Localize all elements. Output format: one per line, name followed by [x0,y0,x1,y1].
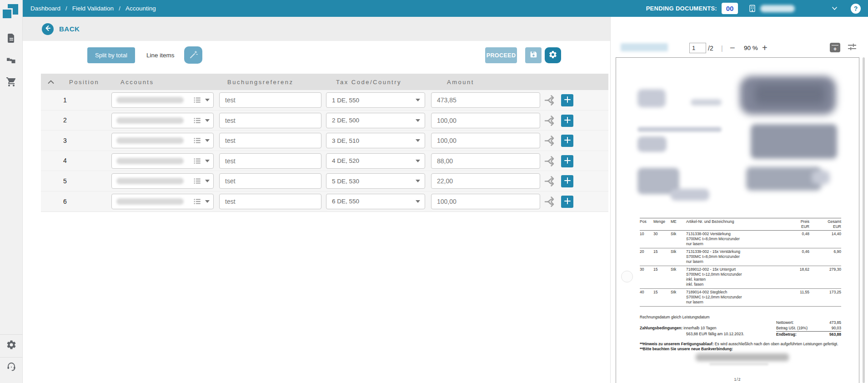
pending-documents-count-badge: 00 [722,3,738,14]
breadcrumb-accounting[interactable]: Accounting [125,5,156,12]
invoice-col-gesamt: Gesamt [809,219,841,224]
accounts-select[interactable] [111,133,214,148]
table-settings-button[interactable] [545,47,561,63]
breadcrumb-field-validation[interactable]: Field Validation [72,5,114,12]
invoice-item-menge: 30 [653,232,671,247]
zoom-out-button[interactable]: − [730,43,735,53]
tax-code-select[interactable]: 6 DE, 550 [326,194,425,209]
list-icon[interactable] [193,136,201,145]
collapse-chevron-up-icon[interactable] [48,80,54,84]
autofill-wand-button[interactable] [184,46,202,64]
row-position: 1 [61,96,69,104]
sidebar-divider [0,334,23,335]
amount-input[interactable] [431,133,540,148]
sidebar-item-settings[interactable] [6,339,17,350]
split-amount-icon[interactable] [544,175,557,187]
help-question-mark: ? [854,5,858,12]
add-row-button[interactable] [561,94,573,106]
invoice-totals: Nettowert:473,85 Betrag USt. (19%)90,03 … [776,320,841,338]
tab-split-by-total[interactable]: Split by total [87,47,135,63]
chevron-down-icon [205,99,210,101]
proceed-button[interactable]: PROCEED [485,47,517,63]
help-button[interactable]: ? [851,4,861,14]
row-position: 6 [61,198,69,205]
sidebar-item-support[interactable] [6,361,17,372]
back-arrow-icon [44,25,51,34]
company-selector[interactable] [748,4,837,13]
save-button[interactable] [525,47,542,63]
add-row-button[interactable] [561,175,573,187]
amount-input[interactable] [431,113,540,128]
add-row-button[interactable] [561,196,573,208]
preview-scrollbar[interactable] [863,57,865,383]
tax-code-select[interactable]: 4 DE, 520 [326,153,425,169]
amount-input[interactable] [431,92,540,108]
invoice-item-description: 7131338-002 VerstärkungS700MC t=8,0mm Mi… [686,232,783,247]
add-page-button[interactable]: + [830,43,840,52]
buchungsreferenz-input[interactable] [219,133,321,148]
accounts-select[interactable] [111,194,214,209]
save-icon [529,50,537,60]
add-row-button[interactable] [561,135,573,147]
accounts-select[interactable] [111,153,214,169]
plus-icon [564,96,571,104]
app-logo[interactable] [0,0,23,23]
line-items-table: Position Accounts Buchungsreferenz Tax C… [41,74,608,212]
redacted-region [691,99,722,106]
plus-icon [564,157,571,165]
buchungsreferenz-input[interactable] [219,113,321,128]
split-amount-icon[interactable] [544,135,557,147]
add-row-button[interactable] [561,155,573,167]
back-button[interactable] [42,23,54,35]
invoice-note: **Hinweis zu unserem Fertigungsablauf: E… [640,342,838,346]
split-amount-icon[interactable] [544,94,557,106]
account-value-redacted [116,178,184,184]
chevron-down-icon [205,180,210,182]
list-icon[interactable] [193,96,201,104]
breadcrumb-dashboard[interactable]: Dashboard [30,5,60,12]
buchungsreferenz-input[interactable] [219,194,321,209]
sidebar-item-orders[interactable] [6,76,17,87]
split-amount-icon[interactable] [544,115,557,127]
invoice-vat: Betrag USt. (19%)90,03 [776,326,841,332]
list-icon[interactable] [193,197,201,206]
accounts-select[interactable] [111,173,214,189]
tax-code-select[interactable]: 1 DE, 550 [326,92,425,108]
amount-input[interactable] [431,173,540,189]
back-label[interactable]: BACK [59,25,80,33]
table-rows: 1 1 DE, 550 [41,90,608,212]
buchungsreferenz-input[interactable] [219,92,321,108]
list-icon[interactable] [193,157,201,165]
accounts-select[interactable] [111,113,214,128]
zoom-in-button[interactable]: + [762,43,768,53]
amount-input[interactable] [431,153,540,169]
tax-code-value: 2 DE, 500 [332,117,359,124]
tax-code-value: 1 DE, 550 [332,97,359,104]
list-icon[interactable] [193,116,201,125]
split-amount-icon[interactable] [544,155,557,167]
sidebar-item-documents[interactable] [6,33,17,44]
accounts-select[interactable] [111,92,214,108]
tab-line-items[interactable]: Line items [141,47,180,63]
tax-code-select[interactable]: 2 DE, 500 [326,113,425,128]
invoice-item-preis: 0,46 [783,249,809,264]
page-nav-handle[interactable] [621,271,633,282]
tax-code-select[interactable]: 3 DE, 510 [326,133,425,148]
tax-code-select[interactable]: 5 DE, 530 [326,173,425,189]
invoice-item-description: 7189014-002 StegblechS700MC t=12,0mm Mic… [686,290,783,305]
split-amount-icon[interactable] [544,196,557,208]
breadcrumb-separator: / [119,5,120,12]
invoice-item-gesamt: 6,90 [809,249,841,264]
list-icon[interactable] [193,177,201,185]
tax-code-value: 5 DE, 530 [332,178,359,185]
page-number-input[interactable] [689,43,706,53]
amount-input[interactable] [431,194,540,209]
buchungsreferenz-input[interactable] [219,173,321,189]
invoice-col-pos: Pos [640,219,653,224]
buchungsreferenz-input[interactable] [219,153,321,169]
invoice-col-menge: Menge [653,219,671,224]
redacted-logo-region [755,84,825,105]
sidebar-item-workflow[interactable] [6,54,17,65]
tune-button[interactable] [847,43,858,55]
add-row-button[interactable] [561,115,573,127]
